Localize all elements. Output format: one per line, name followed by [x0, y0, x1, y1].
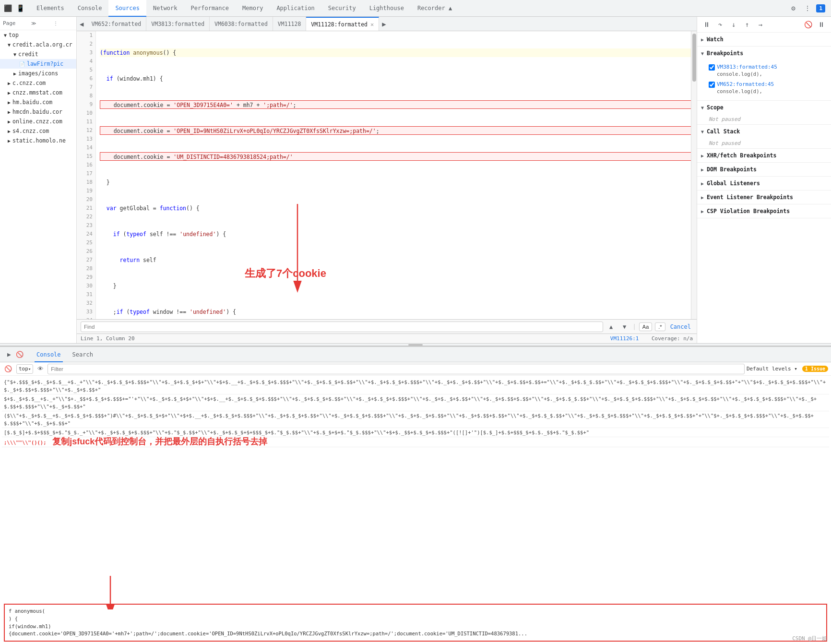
scope-label: Scope — [707, 104, 724, 111]
nav-lighthouse[interactable]: Lighthouse — [363, 0, 411, 17]
deactivate-breakpoints-btn[interactable]: 🚫 — [802, 19, 814, 30]
step-out-btn[interactable]: ↑ — [741, 19, 753, 30]
inspect-icon[interactable]: ⬛ — [2, 2, 13, 14]
find-regex-btn[interactable]: .* — [655, 322, 665, 331]
tree-item-images[interactable]: ▶ images/icons — [0, 69, 76, 78]
breakpoint-text-2: VM652:formatted:45 console.log(d), — [717, 81, 774, 95]
tree-item-top[interactable]: ▼ top — [0, 30, 76, 40]
more-tools-icon[interactable]: ⋮ — [802, 2, 813, 14]
eye-btn[interactable]: 👁 — [35, 364, 46, 374]
folder-open-icon: ▼ — [13, 52, 16, 57]
find-prev-btn[interactable]: ▲ — [606, 322, 617, 332]
tree-item-cnzz[interactable]: ▶ c.cnzz.com — [0, 78, 76, 88]
find-next-btn[interactable]: ▼ — [619, 322, 630, 332]
tab-prev-btn[interactable]: ◀ — [77, 17, 86, 31]
breakpoints-header[interactable]: ▼ Breakpoints — [697, 47, 831, 60]
csp-breakpoints-header[interactable]: ▶ CSP Violation Breakpoints — [697, 204, 831, 218]
file-tree-menu[interactable]: ⋮ — [53, 21, 58, 26]
console-tab-console[interactable]: Console — [35, 347, 63, 362]
nav-performance[interactable]: Performance — [184, 0, 236, 17]
tree-label: c.cnzz.com — [12, 80, 46, 86]
filter-input[interactable] — [47, 364, 745, 374]
breakpoint-checkbox-2[interactable] — [709, 82, 715, 88]
sources-panel: Page ≫ ⋮ ▼ top ▼ credit.acla.org.cr ▼ cr… — [0, 17, 831, 343]
breakpoint-checkbox-1[interactable] — [709, 64, 715, 71]
breakpoint-filename-2[interactable]: VM652:formatted:45 — [717, 81, 774, 88]
tree-item-online-cnzz[interactable]: ▶ online.cnzz.com — [0, 117, 76, 126]
bottom-code-3: if(window.mh1) — [9, 623, 822, 631]
pause-btn[interactable]: ⏸ — [701, 19, 712, 30]
nav-recorder[interactable]: Recorder ▲ — [411, 0, 459, 17]
tree-item-credit-acla[interactable]: ▼ credit.acla.org.cr — [0, 40, 76, 49]
code-line-5: document.cookie = 'UM_DISTINCTID=4836793… — [100, 152, 693, 161]
find-input[interactable] — [81, 322, 603, 332]
tree-label: hmcdn.baidu.cor — [12, 108, 62, 115]
console-tab-search[interactable]: Search — [71, 347, 95, 362]
dom-arrow: ▶ — [701, 167, 704, 172]
nav-network[interactable]: Network — [146, 0, 184, 17]
tab-next-btn[interactable]: ▶ — [379, 17, 389, 31]
nav-memory[interactable]: Memory — [236, 0, 270, 17]
code-content[interactable]: (function anonymous() { if (window.mh1) … — [96, 31, 697, 319]
step-over-btn[interactable]: ↷ — [714, 19, 726, 30]
settings-icon[interactable]: ⚙ — [787, 2, 799, 14]
tree-item-lawfirm[interactable]: 📄 lawFirm?pic — [0, 59, 76, 69]
scope-header[interactable]: ▼ Scope — [697, 101, 831, 114]
nav-application[interactable]: Application — [270, 0, 321, 17]
bottom-code-2: ) { — [9, 615, 822, 623]
source-tab-vm3813[interactable]: VM3813:formatted — [146, 17, 210, 31]
source-tab-vm11128[interactable]: VM11128 — [273, 17, 306, 31]
file-tree-more[interactable]: ≫ — [31, 21, 36, 26]
pause-on-exception-btn[interactable]: ⏸ — [816, 19, 827, 30]
global-listeners-header[interactable]: ▶ Global Listeners — [697, 177, 831, 190]
csp-arrow: ▶ — [701, 209, 704, 214]
callstack-not-paused: Not paused — [697, 138, 831, 148]
source-tab-vm6038[interactable]: VM6038:formatted — [210, 17, 273, 31]
tree-item-credit[interactable]: ▼ credit — [0, 49, 76, 59]
watch-header[interactable]: ▶ Watch — [697, 33, 831, 46]
file-link[interactable]: VM11126:1 — [610, 335, 639, 342]
step-btn[interactable]: → — [755, 19, 766, 30]
nav-security[interactable]: Security — [321, 0, 363, 17]
find-separator: | — [633, 323, 636, 330]
page-label: Page — [3, 20, 16, 26]
tree-item-s4-cnzz[interactable]: ▶ s4.cnzz.com — [0, 126, 76, 136]
tab-label: VM3813:formatted — [151, 21, 204, 27]
xhr-breakpoints-header[interactable]: ▶ XHR/fetch Breakpoints — [697, 149, 831, 162]
find-match-case-btn[interactable]: Aa — [639, 322, 652, 331]
tree-item-hmcdn-baidu[interactable]: ▶ hmcdn.baidu.cor — [0, 107, 76, 117]
tab-close-btn[interactable]: ✕ — [370, 21, 374, 28]
tree-item-static-homolo[interactable]: ▶ static.homolo.ne — [0, 136, 76, 145]
clear-btn[interactable]: 🚫 — [3, 364, 13, 374]
console-line-5: ;\\\""\\"()(); 复制jsfuck代码到控制台，并把最外层的自执行括… — [2, 437, 829, 447]
step-into-btn[interactable]: ↓ — [728, 19, 739, 30]
status-bar: Line 1, Column 20 VM11126:1 Coverage: n/… — [77, 334, 697, 343]
source-tab-vm11128-formatted[interactable]: VM11128:formatted ✕ — [306, 17, 379, 31]
find-cancel-btn[interactable]: Cancel — [668, 323, 693, 330]
nav-sources[interactable]: Sources — [108, 0, 146, 17]
execute-btn[interactable]: ▶ — [4, 349, 14, 360]
context-selector[interactable]: top — [16, 364, 33, 374]
console-output[interactable]: {"$+.$$$_$+$._$+$.$__+$._+"\\"+$._$+$.$_… — [0, 376, 831, 601]
nav-console[interactable]: Console — [71, 0, 109, 17]
source-tab-vm652[interactable]: VM652:formatted — [86, 17, 146, 31]
folder-closed-icon: ▶ — [8, 100, 11, 105]
device-icon[interactable]: 📱 — [14, 2, 26, 14]
breakpoint-filename-1[interactable]: VM3813:formatted:45 — [717, 63, 777, 71]
breakpoint-item-2: VM652:formatted:45 console.log(d), — [709, 79, 827, 96]
coverage-label: Coverage: n/a — [652, 335, 693, 342]
tree-label: online.cnzz.com — [12, 118, 62, 125]
code-scrollbar[interactable] — [691, 31, 697, 319]
code-scroll-thumb[interactable] — [692, 34, 696, 82]
event-breakpoints-header[interactable]: ▶ Event Listener Breakpoints — [697, 191, 831, 204]
nav-elements[interactable]: Elements — [30, 0, 71, 17]
folder-closed-icon: ▶ — [8, 81, 11, 86]
clear-console-btn[interactable]: 🚫 — [14, 349, 25, 360]
dom-breakpoints-header[interactable]: ▶ DOM Breakpoints — [697, 163, 831, 176]
default-levels-dropdown[interactable]: Default levels ▾ 1 Issue — [747, 366, 828, 372]
callstack-header[interactable]: ▼ Call Stack — [697, 125, 831, 138]
coverage-status: VM11126:1 Coverage: n/a — [610, 335, 693, 342]
tab-label: VM11128:formatted — [311, 21, 368, 28]
tree-item-cnzz-mmstat[interactable]: ▶ cnzz.mmstat.com — [0, 88, 76, 97]
tree-item-hm-baidu[interactable]: ▶ hm.baidu.com — [0, 97, 76, 107]
